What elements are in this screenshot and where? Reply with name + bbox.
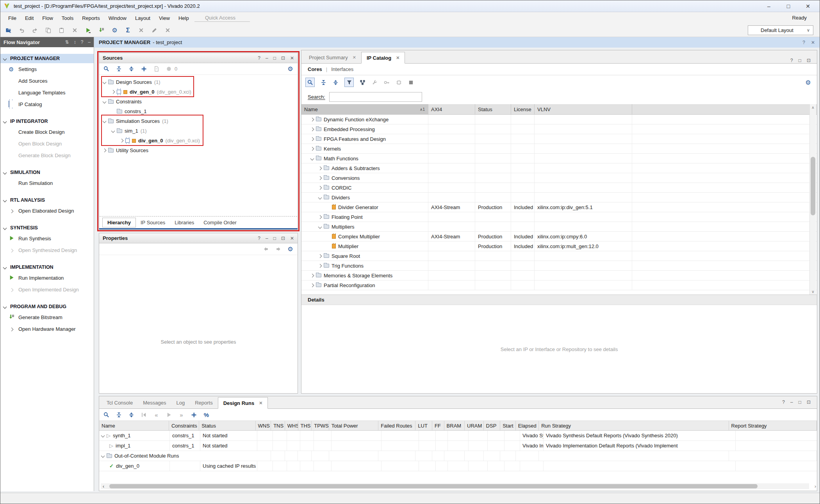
source-tree-item[interactable]: Constraints xyxy=(99,97,298,106)
ip-table-row[interactable]: Math Functions xyxy=(301,154,817,163)
layout-selector[interactable]: Default Layout ∨ xyxy=(748,25,813,35)
column-header-vlnv[interactable]: VLNV xyxy=(535,104,632,114)
sources-tab-compile-order[interactable]: Compile Order xyxy=(199,218,241,227)
flow-item-run-implementation[interactable]: Run Implementation xyxy=(0,272,94,284)
chevron-right-icon[interactable] xyxy=(310,137,314,141)
flow-item-generate-bitstream[interactable]: Generate Bitstream xyxy=(0,311,94,323)
column-header-status[interactable]: Status xyxy=(475,104,511,114)
gear-icon[interactable]: ⚙ xyxy=(805,79,811,86)
column-header-ff[interactable]: FF xyxy=(432,421,444,430)
chevron-down-icon[interactable] xyxy=(103,119,107,123)
float-icon[interactable]: ⊡ xyxy=(281,55,285,61)
delete-icon[interactable] xyxy=(71,27,78,34)
chevron-right-icon[interactable] xyxy=(310,147,314,151)
flow-item-open-block-design[interactable]: Open Block Design xyxy=(0,138,94,149)
chevron-down-icon[interactable] xyxy=(3,57,7,60)
flow-section-header-3[interactable]: RTL ANALYSIS xyxy=(0,195,94,205)
copy-icon[interactable] xyxy=(45,27,52,34)
wrench-icon[interactable] xyxy=(371,79,378,86)
chevron-right-icon[interactable] xyxy=(318,166,322,170)
close-icon[interactable]: ✕ xyxy=(290,55,294,61)
column-header-start[interactable]: Start xyxy=(500,421,516,430)
ip-table-row[interactable]: CORDIC xyxy=(301,183,817,193)
key-icon[interactable] xyxy=(383,79,390,86)
expand-all-icon[interactable]: ↕ xyxy=(74,39,76,45)
chevron-right-icon[interactable] xyxy=(318,254,322,258)
source-tree-item[interactable]: div_gen_0(div_gen_0.xci) xyxy=(99,87,298,97)
chevron-down-icon[interactable] xyxy=(101,434,105,438)
tab-messages[interactable]: Messages xyxy=(138,397,171,408)
column-header-run-strategy[interactable]: Run Strategy xyxy=(539,421,729,430)
ip-hierarchy-icon[interactable] xyxy=(359,79,366,86)
flow-section-header-4[interactable]: SYNTHESIS xyxy=(0,223,94,232)
scroll-left-icon[interactable]: ‹ xyxy=(101,484,106,489)
cancel-icon[interactable] xyxy=(138,27,144,34)
open-project-icon[interactable] xyxy=(5,27,12,34)
chevron-down-icon[interactable] xyxy=(3,198,7,202)
menu-layout[interactable]: Layout xyxy=(131,14,155,23)
maximize-icon[interactable]: □ xyxy=(799,58,801,63)
chevron-right-icon[interactable] xyxy=(310,283,314,287)
close-icon[interactable]: ✕ xyxy=(811,40,815,45)
column-header-tpws[interactable]: TPWS xyxy=(312,421,329,430)
column-header-ths[interactable]: THS xyxy=(298,421,312,430)
ip-table-row[interactable]: Multipliers xyxy=(301,222,817,232)
minimize-icon[interactable]: – xyxy=(266,55,268,61)
minimize-icon[interactable]: – xyxy=(266,236,268,241)
column-header-constraints[interactable]: Constraints xyxy=(169,421,199,430)
generate-bitstream-icon[interactable] xyxy=(98,27,105,34)
close-icon[interactable]: ✕ xyxy=(290,236,294,241)
menu-tools[interactable]: Tools xyxy=(57,14,78,23)
chevron-right-icon[interactable] xyxy=(10,209,14,213)
collapse-all-icon[interactable]: ⇅ xyxy=(65,39,69,45)
source-tree-item[interactable]: div_gen_0(div_gen_0.xci) xyxy=(99,136,298,146)
help-icon[interactable]: ? xyxy=(258,55,260,61)
menu-reports[interactable]: Reports xyxy=(78,14,104,23)
source-tree-item[interactable]: sim_1(1) xyxy=(99,126,298,136)
ip-search-input[interactable] xyxy=(329,92,422,102)
menu-flow[interactable]: Flow xyxy=(38,14,57,23)
sources-tab-libraries[interactable]: Libraries xyxy=(170,218,199,227)
paste-icon[interactable] xyxy=(58,27,65,34)
maximize-icon[interactable]: □ xyxy=(780,2,797,11)
chevron-down-icon[interactable] xyxy=(111,129,115,133)
flow-item-open-synthesized-design[interactable]: Open Synthesized Design xyxy=(0,244,94,256)
flow-item-settings[interactable]: ⚙Settings xyxy=(0,63,94,75)
horizontal-scrollbar[interactable]: ‹ xyxy=(101,483,809,489)
chevron-right-icon[interactable] xyxy=(10,327,14,331)
chevron-down-icon[interactable] xyxy=(3,119,7,123)
search-icon[interactable] xyxy=(103,66,110,72)
menu-view[interactable]: View xyxy=(155,14,174,23)
settings-gear-icon[interactable]: ⚙ xyxy=(111,27,118,34)
ip-table-row[interactable]: FPGA Features and Design xyxy=(301,134,817,144)
chip-icon[interactable] xyxy=(396,79,402,86)
menu-window[interactable]: Window xyxy=(104,14,131,23)
expand-all-icon[interactable] xyxy=(128,412,135,418)
stop-icon[interactable] xyxy=(408,79,414,86)
scroll-down-icon[interactable]: ∨ xyxy=(810,288,816,295)
source-tree-item[interactable]: Simulation Sources(1) xyxy=(99,116,298,126)
subtab-cores[interactable]: Cores xyxy=(308,66,322,72)
flow-section-header-1[interactable]: IP INTEGRATOR xyxy=(0,117,94,126)
ip-table-row[interactable]: Conversions xyxy=(301,173,817,183)
ip-table-row[interactable]: Floating Point xyxy=(301,212,817,222)
flow-item-run-synthesis[interactable]: Run Synthesis xyxy=(0,232,94,244)
chevron-right-icon[interactable] xyxy=(310,273,314,277)
maximize-icon[interactable]: □ xyxy=(273,236,276,241)
chevron-right-icon[interactable] xyxy=(111,90,115,94)
tab-design-runs[interactable]: Design Runs✕ xyxy=(218,397,268,409)
column-header-report-strategy[interactable]: Report Strategy xyxy=(729,421,817,430)
help-icon[interactable]: ? xyxy=(81,39,84,45)
report-icon[interactable]: ? xyxy=(153,66,160,72)
ip-table-row[interactable]: Trig Functions xyxy=(301,261,817,271)
column-header-whs[interactable]: WHS xyxy=(285,421,298,430)
design-run-row[interactable]: ▷synth_1constrs_1Not startedVivado Synth… xyxy=(99,431,817,441)
column-header-uram[interactable]: URAM xyxy=(465,421,484,430)
search-icon-button[interactable] xyxy=(305,78,315,87)
search-icon[interactable] xyxy=(103,412,110,418)
flow-item-generate-block-design[interactable]: Generate Block Design xyxy=(0,149,94,161)
cancel2-icon[interactable] xyxy=(164,27,171,34)
column-header-status[interactable]: Status xyxy=(199,421,255,430)
ip-table-row[interactable]: Partial Reconfiguration xyxy=(301,280,817,290)
chevron-right-icon[interactable] xyxy=(310,117,314,121)
